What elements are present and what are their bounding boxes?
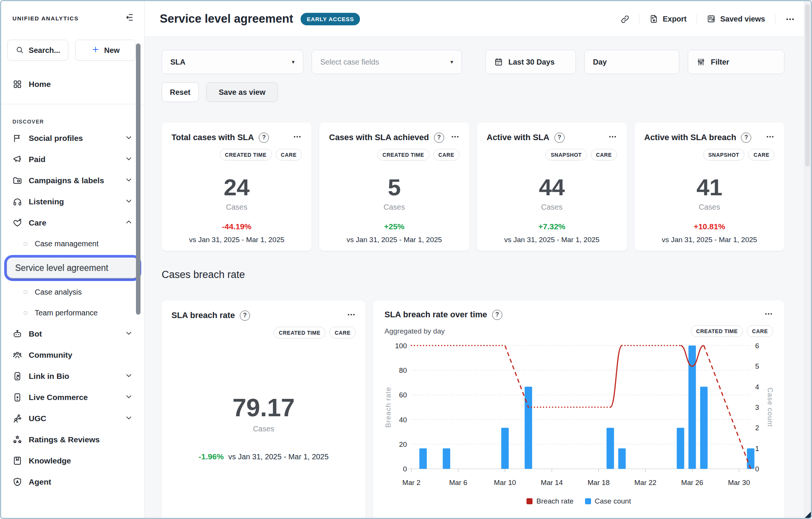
chevron-down-icon [125, 133, 133, 143]
highlight-ring: Service level agreement [4, 255, 141, 281]
search-label: Search... [29, 46, 60, 55]
sidebar-item-live-commerce[interactable]: Live Commerce [1, 387, 144, 408]
chevron-down-icon [125, 414, 133, 423]
home-grid-icon [12, 79, 22, 89]
export-label: Export [663, 15, 687, 23]
granularity-button[interactable]: Day [584, 50, 679, 74]
kpi-compare: vs Jan 31, 2025 - Mar 1, 2025 [171, 236, 302, 244]
sidebar-item-campaigns-labels[interactable]: Campaigns & labels [1, 170, 144, 191]
caret-down-icon: ▾ [450, 59, 453, 65]
kpi-compare: vs Jan 31, 2025 - Mar 1, 2025 [487, 236, 617, 244]
svg-text:0: 0 [755, 465, 759, 473]
filter-button[interactable]: Filter [688, 50, 784, 74]
svg-text:Mar 2: Mar 2 [402, 479, 420, 487]
new-button[interactable]: New [75, 40, 136, 61]
main-scrollbar-thumb[interactable] [805, 4, 810, 167]
kpi-delta: +7.32% [487, 222, 617, 231]
page-header: Service level agreement EARLY ACCESS Exp… [145, 1, 811, 37]
header-actions: Export Saved views [620, 14, 794, 24]
help-icon[interactable]: ? [741, 133, 751, 143]
sla-dropdown[interactable]: SLA ▾ [162, 50, 303, 74]
sidebar-item-label: UGC [29, 414, 125, 423]
sidebar-item-social-profiles[interactable]: Social profiles [1, 128, 144, 149]
breach-rate-delta: -1.96% [199, 452, 224, 461]
sidebar-item-label: Knowledge [29, 456, 133, 465]
bullet-square-icon [24, 242, 27, 246]
sidebar-item-label: Live Commerce [29, 393, 125, 402]
svg-text:1: 1 [755, 445, 759, 453]
sidebar-item-care[interactable]: Care [1, 212, 144, 233]
save-as-view-button[interactable]: Save as view [206, 82, 278, 102]
sidebar-item-label: Listening [29, 197, 125, 206]
card-menu-icon[interactable] [764, 309, 773, 320]
chevron-down-icon [125, 176, 133, 185]
svg-text:6: 6 [755, 342, 759, 350]
card-menu-icon[interactable] [347, 310, 356, 321]
chevron-down-icon [125, 371, 133, 381]
export-button[interactable]: Export [649, 14, 687, 23]
sidebar-item-agent[interactable]: Agent [1, 471, 144, 493]
chart-legend: Breach rate Case count [384, 497, 773, 505]
sla-over-time-chart[interactable]: 0204060801000123456Mar 2Mar 6Mar 10Mar 1… [384, 340, 773, 497]
help-icon[interactable]: ? [259, 133, 269, 143]
kpi-value: 5 [329, 176, 459, 199]
help-icon[interactable]: ? [240, 310, 250, 321]
kpi-delta: +10.81% [644, 222, 775, 231]
sidebar-item-knowledge[interactable]: Knowledge [1, 450, 144, 471]
sla-breach-rate-over-time-card: SLA breach rate over time ? Aggregated b… [373, 300, 784, 518]
sidebar-actions: Search... New [7, 40, 136, 61]
sidebar-subitem-label: Case analysis [35, 288, 82, 297]
sidebar-item-label: Social profiles [29, 134, 125, 143]
date-range-button[interactable]: Last 30 Days [485, 50, 576, 74]
sidebar-item-link-in-bio[interactable]: Link in Bio [1, 366, 144, 387]
sidebar-item-paid[interactable]: Paid [1, 149, 144, 170]
sidebar-subitem-case-management[interactable]: Case management [1, 233, 144, 254]
tag-created-time: CREATED TIME [691, 325, 743, 337]
more-options-icon[interactable] [785, 14, 794, 23]
sidebar-subitem-team-performance[interactable]: Team performance [1, 303, 144, 323]
reset-button[interactable]: Reset [162, 82, 199, 102]
card-title: Cases with SLA achieved [329, 133, 429, 142]
sidebar-item-listening[interactable]: Listening [1, 191, 144, 212]
svg-text:Mar 10: Mar 10 [494, 479, 516, 487]
sidebar-item-label: Agent [29, 477, 133, 487]
resize-handle[interactable] [805, 512, 811, 518]
sidebar-item-home[interactable]: Home [1, 74, 144, 95]
sidebar-item-ugc[interactable]: UGC [1, 408, 144, 429]
megaphone-icon [12, 154, 22, 164]
help-icon[interactable]: ? [434, 133, 444, 143]
new-label: New [104, 46, 120, 55]
filter-actions: Reset Save as view [162, 82, 784, 102]
calendar-icon [494, 57, 503, 66]
sidebar-item-label: Home [29, 80, 133, 89]
card-title: SLA breach rate over time [384, 310, 487, 320]
filter-bar: SLA ▾ Select case fields ▾ Last 30 Days … [162, 50, 784, 74]
link-icon[interactable] [620, 14, 629, 23]
sidebar-item-label: Paid [29, 155, 125, 164]
sidebar-item-bot[interactable]: Bot [1, 323, 144, 344]
legend-swatch-case-count [585, 498, 591, 504]
sidebar: UNIFIED ANALYTICS Search... New [1, 1, 145, 518]
card-menu-icon[interactable] [293, 132, 302, 143]
sidebar-subitem-case-analysis[interactable]: Case analysis [1, 282, 144, 303]
card-menu-icon[interactable] [766, 132, 775, 143]
sidebar-item-ratings-reviews[interactable]: Ratings & Reviews [1, 429, 144, 450]
search-button[interactable]: Search... [7, 40, 68, 61]
tag-snapshot: SNAPSHOT [545, 149, 587, 161]
card-menu-icon[interactable] [608, 132, 617, 143]
main-scrollbar[interactable] [804, 1, 811, 518]
shield-a-icon [12, 477, 22, 487]
sidebar-subitem-service-level-agreement[interactable]: Service level agreement [8, 258, 138, 278]
export-icon [649, 14, 658, 23]
card-menu-icon[interactable] [451, 132, 460, 143]
help-icon[interactable]: ? [492, 310, 502, 320]
saved-views-button[interactable]: Saved views [707, 14, 765, 23]
sidebar-scrollbar[interactable] [136, 43, 140, 315]
help-icon[interactable]: ? [554, 133, 565, 143]
sidebar-subitem-label: Team performance [35, 309, 98, 317]
svg-text:40: 40 [399, 416, 407, 424]
case-fields-dropdown[interactable]: Select case fields ▾ [312, 50, 462, 74]
collapse-sidebar-icon[interactable] [124, 12, 134, 24]
sidebar-item-community[interactable]: Community [1, 344, 144, 366]
header-divider [696, 14, 697, 24]
